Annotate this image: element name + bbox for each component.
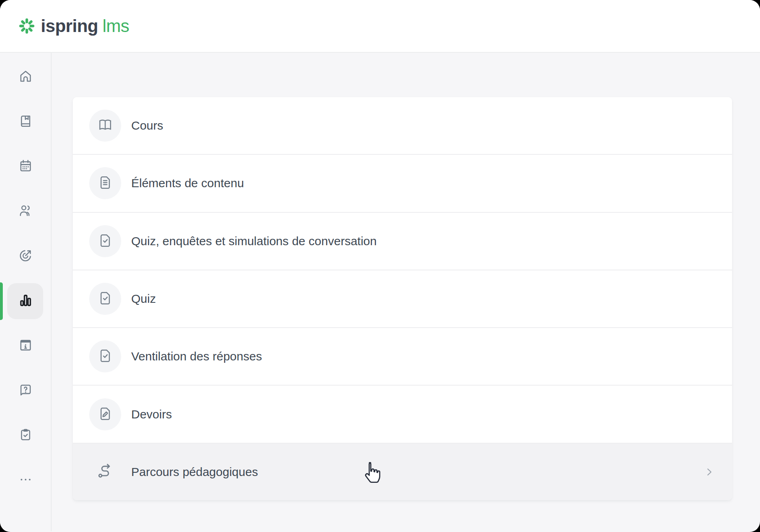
sidebar-item-library[interactable] — [0, 100, 51, 144]
bar-chart-icon — [18, 292, 34, 310]
file-check-icon — [97, 348, 113, 365]
sidebar-item-goals[interactable] — [0, 234, 51, 279]
file-check-icon — [97, 290, 113, 308]
target-arrow-icon — [18, 248, 33, 265]
dots-icon — [18, 472, 33, 489]
report-row-cours[interactable]: Cours — [73, 97, 732, 154]
sidebar-item-info-board[interactable] — [0, 324, 51, 368]
users-icon — [18, 203, 33, 220]
brand-logo: ispring lms — [18, 16, 129, 36]
sidebar-item-users[interactable] — [0, 189, 51, 234]
file-check-icon — [97, 232, 113, 250]
sidebar-item-support[interactable] — [0, 368, 51, 413]
route-icon — [96, 462, 114, 482]
chevron-right-icon — [704, 467, 714, 477]
report-row-ventilation-des-reponses[interactable]: Ventilation des réponses — [73, 327, 732, 385]
sidebar-item-home[interactable] — [0, 55, 51, 100]
sidebar-nav — [0, 53, 52, 531]
top-header: ispring lms — [0, 0, 760, 53]
report-row-label: Ventilation des réponses — [131, 350, 262, 363]
screenshot-stage: ispring lms — [0, 0, 760, 532]
report-row-label: Quiz, enquêtes et simulations de convers… — [131, 234, 377, 248]
calendar-icon — [18, 158, 33, 175]
report-row-devoirs[interactable]: Devoirs — [73, 385, 732, 442]
file-text-icon — [97, 174, 113, 192]
icon-circle — [89, 340, 121, 372]
report-row-quiz-enquetes-simulations[interactable]: Quiz, enquêtes et simulations de convers… — [73, 212, 732, 270]
clipboard-check-icon — [18, 427, 33, 444]
icon-holder — [89, 456, 121, 488]
message-question-icon — [18, 382, 33, 399]
report-row-label: Quiz — [131, 292, 156, 306]
report-row-label: Devoirs — [131, 408, 172, 421]
reports-card: Cours Éléments de contenu — [73, 97, 732, 500]
sidebar-item-calendar[interactable] — [0, 144, 51, 189]
sidebar-item-assignments[interactable] — [0, 413, 51, 458]
info-board-icon — [18, 338, 33, 354]
book-icon — [18, 114, 33, 130]
icon-circle — [89, 225, 121, 257]
home-icon — [18, 69, 33, 86]
main-content: PAR COURS Cours — [52, 53, 760, 531]
file-pencil-icon — [97, 406, 113, 423]
report-row-elements-de-contenu[interactable]: Éléments de contenu — [73, 154, 732, 212]
icon-circle — [89, 110, 121, 142]
report-row-parcours-pedagogiques[interactable]: Parcours pédagogiques — [73, 443, 732, 500]
app-window: ispring lms — [0, 0, 760, 532]
sidebar-item-more[interactable] — [0, 458, 51, 503]
ispring-burst-icon — [18, 18, 35, 34]
report-row-label: Éléments de contenu — [131, 176, 244, 190]
sidebar-item-reports[interactable] — [0, 279, 51, 324]
icon-circle — [89, 167, 121, 199]
brand-product: lms — [102, 16, 129, 36]
active-accent-bar — [0, 282, 3, 320]
icon-circle — [89, 283, 121, 315]
report-row-label: Parcours pédagogiques — [131, 465, 258, 479]
report-row-label: Cours — [131, 119, 163, 132]
report-row-quiz[interactable]: Quiz — [73, 270, 732, 327]
brand-name: ispring — [41, 16, 98, 36]
icon-circle — [89, 398, 121, 430]
book-open-icon — [97, 117, 113, 134]
